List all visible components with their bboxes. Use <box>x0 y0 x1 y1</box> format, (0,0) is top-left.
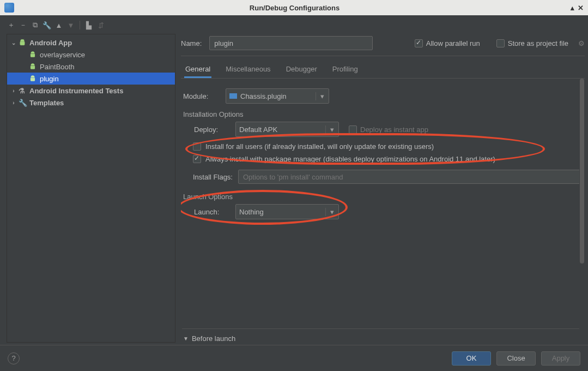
deploy-combo[interactable]: Default APK ▾ <box>235 122 339 137</box>
store-project-box[interactable] <box>496 39 505 47</box>
tree-label: overlayservice <box>40 51 85 59</box>
allow-parallel-box[interactable] <box>415 39 423 47</box>
config-toolbar: ＋ － ⧉ 🔧 ▲ ▼ ▙ ⇵ <box>7 21 181 29</box>
tree-node-templates[interactable]: › 🔧 Templates <box>7 97 175 109</box>
android-icon <box>19 39 26 46</box>
scrollbar[interactable] <box>579 79 585 343</box>
config-tabs: General Miscellaneous Debugger Profiling <box>181 56 585 79</box>
module-label: Module: <box>182 92 226 100</box>
chevron-right-icon[interactable]: › <box>10 100 17 106</box>
launch-section-title: Launch Options <box>182 193 581 201</box>
chevron-down-icon: ▾ <box>316 92 325 100</box>
android-icon <box>29 75 37 82</box>
launch-label: Launch: <box>193 208 235 216</box>
android-icon <box>29 51 37 58</box>
install-all-label: Install for all users (if already instal… <box>205 142 434 151</box>
module-value: Chassis.plugin <box>240 92 287 100</box>
window-title: Run/Debug Configurations <box>19 4 571 12</box>
chevron-down-icon: ▾ <box>325 208 335 216</box>
always-pm-checkbox[interactable] <box>193 155 201 163</box>
allow-parallel-label: Allow parallel run <box>426 39 480 47</box>
add-icon[interactable]: ＋ <box>7 21 15 29</box>
tree-label: Templates <box>29 99 64 107</box>
deploy-instant-checkbox[interactable] <box>349 125 357 134</box>
before-launch-title: Before launch <box>192 334 235 343</box>
config-tree[interactable]: ⌄ Android App overlayservice <box>7 34 175 343</box>
install-flags-input[interactable] <box>238 170 581 184</box>
wrench-icon[interactable]: 🔧 <box>43 21 51 29</box>
install-all-checkbox[interactable] <box>193 142 201 151</box>
android-icon <box>29 63 37 70</box>
tab-general[interactable]: General <box>184 62 211 78</box>
install-flags-label: Install Flags: <box>193 173 233 181</box>
app-icon <box>4 3 14 13</box>
minimize-icon[interactable]: ▴ <box>571 4 574 12</box>
always-pm-label: Always install with package manager (dis… <box>205 155 495 163</box>
ok-button[interactable]: OK <box>452 351 491 366</box>
remove-icon[interactable]: － <box>19 21 27 29</box>
chevron-down-icon: ▼ <box>183 336 189 342</box>
tree-label: Android App <box>29 39 72 47</box>
deploy-value: Default APK <box>239 125 277 134</box>
copy-icon[interactable]: ⧉ <box>31 21 39 29</box>
store-project-label: Store as project file <box>508 39 568 47</box>
name-input[interactable] <box>209 36 373 50</box>
close-icon[interactable]: ✕ <box>578 4 584 12</box>
titlebar: Run/Debug Configurations ▴ ✕ <box>0 0 588 15</box>
tree-node-overlayservice[interactable]: overlayservice <box>7 49 175 61</box>
tab-debugger[interactable]: Debugger <box>285 62 318 78</box>
launch-value: Nothing <box>239 208 264 216</box>
tab-profiling[interactable]: Profiling <box>331 62 359 78</box>
chevron-down-icon: ▾ <box>325 125 335 134</box>
folder-icon[interactable]: ▙ <box>84 21 93 29</box>
apply-button[interactable]: Apply <box>541 351 580 366</box>
wrench-icon: 🔧 <box>19 99 26 107</box>
tree-node-plugin[interactable]: plugin <box>7 73 175 85</box>
tree-node-instrumented[interactable]: › ⚗ Android Instrumented Tests <box>7 85 175 97</box>
tree-label: plugin <box>40 75 59 83</box>
tree-label: Android Instrumented Tests <box>29 87 123 95</box>
name-label: Name: <box>181 39 202 47</box>
launch-combo[interactable]: Nothing ▾ <box>235 204 339 219</box>
chevron-right-icon[interactable]: › <box>10 88 17 94</box>
help-button[interactable]: ? <box>8 352 20 364</box>
down-icon[interactable]: ▼ <box>66 21 75 29</box>
store-project-checkbox[interactable]: Store as project file <box>496 39 568 47</box>
allow-parallel-checkbox[interactable]: Allow parallel run <box>415 39 480 47</box>
flask-icon: ⚗ <box>19 87 26 95</box>
tree-node-android-app[interactable]: ⌄ Android App <box>7 37 175 49</box>
sort-icon[interactable]: ⇵ <box>96 21 105 29</box>
tree-label: PaintBooth <box>40 63 75 71</box>
module-icon <box>229 93 237 99</box>
gear-icon[interactable]: ⚙ <box>578 39 585 47</box>
tab-miscellaneous[interactable]: Miscellaneous <box>225 62 271 78</box>
before-launch-header[interactable]: ▼ Before launch <box>183 332 580 343</box>
deploy-label: Deploy: <box>193 125 235 134</box>
chevron-down-icon[interactable]: ⌄ <box>10 40 17 46</box>
module-combo[interactable]: Chassis.plugin ▾ <box>226 88 329 104</box>
install-section-title: Installation Options <box>182 110 581 118</box>
tree-node-paintbooth[interactable]: PaintBooth <box>7 61 175 73</box>
close-button[interactable]: Close <box>496 351 536 366</box>
deploy-instant-label: Deploy as instant app <box>360 125 428 134</box>
up-icon[interactable]: ▲ <box>54 21 63 29</box>
